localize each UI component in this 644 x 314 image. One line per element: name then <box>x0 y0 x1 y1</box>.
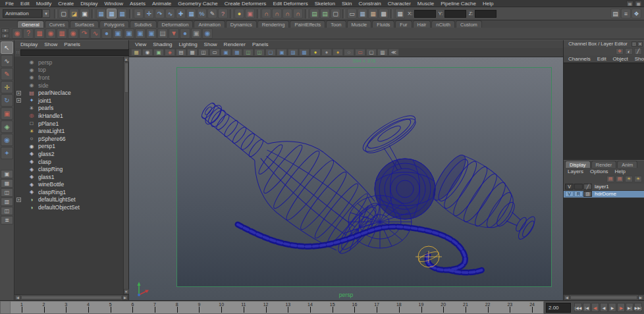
menu-set-dropdown[interactable]: Animation <box>3 9 42 18</box>
group-icon[interactable]: ▣ <box>124 28 134 39</box>
outliner-item[interactable]: ☀ areaLight1 <box>14 127 123 135</box>
select-component-icon[interactable]: ▦ <box>117 9 127 18</box>
mask-rendering-icon[interactable]: ✎ <box>207 9 217 18</box>
shelf-tab-switch-icon[interactable]: ▾ <box>1 28 9 33</box>
outliner-item[interactable]: ◈ claspRing1 <box>14 188 123 196</box>
outliner-menu-item[interactable]: Display <box>17 41 41 47</box>
scene-render-icon[interactable]: ◉ <box>12 28 22 39</box>
film-icon[interactable]: ◉ <box>68 28 78 39</box>
timeline-frame[interactable]: 5 <box>99 301 122 313</box>
scroll-left-icon[interactable]: ◀ <box>15 295 20 300</box>
single-perspective-layout-button[interactable]: ▣ <box>1 170 13 178</box>
outliner-item[interactable]: ◉ front <box>14 74 123 82</box>
curve-arrow-icon[interactable]: ↷ <box>79 28 90 39</box>
help-line-icon[interactable]: ? <box>23 28 34 39</box>
lasso-tool-button[interactable]: ∿ <box>1 55 13 67</box>
move-layer-down-icon[interactable]: ▤ <box>616 176 624 182</box>
image-plane-icon[interactable]: ▤ <box>176 49 186 56</box>
shelf-tab[interactable]: Polygons <box>99 20 129 28</box>
layer-editor-tab[interactable]: Anim <box>617 161 637 168</box>
outliner-item[interactable]: + ◑ defaultLightSet <box>14 196 123 204</box>
timeline-frame[interactable]: 14 <box>299 301 321 313</box>
channel-box-menu-item[interactable]: Channels <box>565 56 594 62</box>
layer-editor-menu-item[interactable]: Options <box>587 169 612 174</box>
menu-item[interactable]: Modify <box>33 1 55 7</box>
undock-icon[interactable]: □ <box>631 41 637 47</box>
hypershade-persp-layout-button[interactable]: ◫ <box>1 207 13 215</box>
layer-editor-tab[interactable]: Render <box>591 161 617 168</box>
shelf-tab[interactable]: Hair <box>413 20 431 28</box>
outliner-item[interactable]: ◉ persp1 <box>14 143 123 151</box>
menu-item[interactable]: Constrain <box>355 1 384 7</box>
outliner-item[interactable]: + ▤ pearlNeclace <box>14 89 123 97</box>
gate-mask-icon[interactable]: ▣ <box>221 49 231 56</box>
graph-icon[interactable]: ▤ <box>157 28 168 39</box>
layer-renderable-toggle[interactable]: R <box>574 191 583 197</box>
paint-select-tool-button[interactable]: ✎ <box>1 68 13 80</box>
viewport-menu-item[interactable]: View <box>132 41 149 47</box>
timeline-frame[interactable]: 8 <box>166 301 188 313</box>
menu-item[interactable]: Help <box>479 1 496 7</box>
channel-box-menu-item[interactable]: Edit <box>594 56 610 62</box>
render-current-frame-icon[interactable]: ▦ <box>358 9 367 18</box>
open-scene-icon[interactable]: ◪ <box>69 9 79 18</box>
persp-graph-layout-button[interactable]: ▥ <box>1 197 13 206</box>
layer-renderable-toggle[interactable] <box>574 184 583 190</box>
shelf-tab[interactable]: Fluids <box>372 20 394 28</box>
more-layouts-button[interactable]: ≣ <box>1 216 13 224</box>
scrollbar-thumb[interactable] <box>124 63 128 93</box>
save-scene-icon[interactable]: ▣ <box>80 9 90 18</box>
open-render-view-icon[interactable]: ▭ <box>347 9 357 18</box>
timeline-frame[interactable]: 4 <box>77 301 99 313</box>
timeline-frame[interactable]: 18 <box>388 301 410 313</box>
shelf-tab[interactable]: Subdivs <box>130 20 157 28</box>
layer-visible-toggle[interactable]: V <box>565 184 574 190</box>
timeline-frame[interactable]: 2 <box>33 301 55 313</box>
outliner-item[interactable]: ◉ side <box>14 82 123 90</box>
layer-color-swatch[interactable]: ▨ <box>583 191 592 197</box>
lighting-all-icon[interactable]: ● <box>310 49 321 56</box>
step-forward-frame-button[interactable]: ▶| <box>626 303 633 312</box>
curve-arrow2-icon[interactable]: ∿ <box>90 28 101 39</box>
outliner-item[interactable]: ○ pSphere66 <box>14 135 123 143</box>
go-to-end-button[interactable]: ▶▶| <box>634 303 642 312</box>
scroll-left-icon[interactable]: ◀ <box>564 295 570 300</box>
y-coordinate-field[interactable] <box>444 10 466 18</box>
timeline-frame[interactable]: 15 <box>321 301 344 313</box>
menu-item[interactable]: Animate <box>149 1 174 7</box>
timeline-frame[interactable]: 1 <box>11 301 33 313</box>
layer-color-swatch[interactable]: ╱ <box>583 184 592 190</box>
camera-shelf-icon[interactable]: ◉ <box>45 28 56 39</box>
current-frame-indicator[interactable] <box>1 301 11 313</box>
layer-row[interactable]: V R ▨ hdrDome <box>564 191 644 198</box>
bookmarks-icon[interactable]: ◈ <box>165 49 175 56</box>
shelf-tab[interactable]: Dynamics <box>226 20 257 28</box>
layer-editor-menu-item[interactable]: Layers <box>564 169 587 174</box>
outliner-item[interactable]: ◈ glass1 <box>14 173 123 181</box>
create-empty-layer-icon[interactable]: ☀ <box>625 176 633 182</box>
menu-item[interactable]: Geometry Cache <box>174 1 221 7</box>
expand-icon[interactable]: + <box>16 98 21 103</box>
camera-attributes-icon[interactable]: ▣ <box>153 49 164 56</box>
duplicate-icon[interactable]: ▣ <box>113 28 123 39</box>
menu-item[interactable]: Window <box>101 1 126 7</box>
layer-row[interactable]: V ╱ layer1 <box>564 184 644 191</box>
viewport-menu-item[interactable]: Lighting <box>176 41 201 47</box>
show-channel-box-icon[interactable]: ❖ <box>631 9 641 18</box>
four-view-layout-button[interactable]: ▦ <box>1 179 13 188</box>
layer-editor-tab[interactable]: Display <box>565 161 591 168</box>
shelf-tab[interactable]: Rendering <box>257 20 290 28</box>
close-icon[interactable]: ✕ <box>637 41 643 47</box>
mask-curves-icon[interactable]: ∿ <box>165 9 175 18</box>
shelf-tab[interactable]: Custom <box>456 20 482 28</box>
outliner-item[interactable]: ◎ ikHandle1 <box>14 112 123 120</box>
timeline-frame[interactable]: 7 <box>144 301 166 313</box>
wireframe-icon[interactable]: ▢ <box>265 49 276 56</box>
menu-item[interactable]: File <box>2 1 17 7</box>
menu-set-dropdown-arrow-icon[interactable]: ▾ <box>42 9 50 18</box>
viewport-menu-item[interactable]: Shading <box>149 41 175 47</box>
outliner-search-input[interactable] <box>20 49 138 56</box>
play-backwards-button[interactable]: ◀ <box>600 303 608 312</box>
step-back-frame-button[interactable]: |◀ <box>583 303 591 312</box>
timeline-frame[interactable]: 24 <box>521 301 543 313</box>
